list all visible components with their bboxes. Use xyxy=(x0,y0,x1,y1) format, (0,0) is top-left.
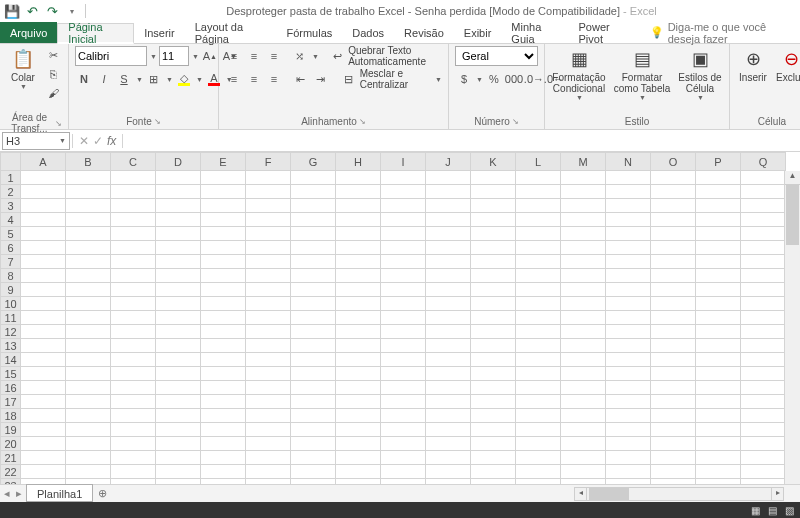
cell[interactable] xyxy=(516,339,561,353)
column-header[interactable]: K xyxy=(471,153,516,171)
format-painter-button[interactable]: 🖌 xyxy=(44,84,62,102)
row-header[interactable]: 13 xyxy=(1,339,21,353)
column-header[interactable]: C xyxy=(111,153,156,171)
cell[interactable] xyxy=(111,269,156,283)
cell[interactable] xyxy=(516,465,561,479)
save-icon[interactable]: 💾 xyxy=(4,3,20,19)
cell[interactable] xyxy=(741,353,786,367)
cell[interactable] xyxy=(606,297,651,311)
cell[interactable] xyxy=(66,423,111,437)
column-header[interactable]: A xyxy=(21,153,66,171)
cell[interactable] xyxy=(21,381,66,395)
cell[interactable] xyxy=(246,213,291,227)
cell[interactable] xyxy=(21,227,66,241)
cell[interactable] xyxy=(201,437,246,451)
fx-icon[interactable]: fx xyxy=(107,134,116,148)
cell[interactable] xyxy=(156,451,201,465)
cell[interactable] xyxy=(291,311,336,325)
cell[interactable] xyxy=(651,269,696,283)
cell[interactable] xyxy=(561,353,606,367)
row-header[interactable]: 8 xyxy=(1,269,21,283)
cell[interactable] xyxy=(696,423,741,437)
cell[interactable] xyxy=(291,241,336,255)
cell[interactable] xyxy=(651,227,696,241)
chevron-down-icon[interactable]: ▼ xyxy=(150,53,157,60)
cell[interactable] xyxy=(21,199,66,213)
cell[interactable] xyxy=(291,465,336,479)
cell[interactable] xyxy=(381,283,426,297)
cell[interactable] xyxy=(111,311,156,325)
tab-view[interactable]: Exibir xyxy=(454,22,502,43)
cell[interactable] xyxy=(111,199,156,213)
row-header[interactable]: 14 xyxy=(1,353,21,367)
cell[interactable] xyxy=(201,409,246,423)
cell[interactable] xyxy=(201,451,246,465)
cell[interactable] xyxy=(651,423,696,437)
cell[interactable] xyxy=(291,283,336,297)
undo-icon[interactable]: ↶ xyxy=(24,3,40,19)
cell[interactable] xyxy=(336,283,381,297)
cell[interactable] xyxy=(111,283,156,297)
cell[interactable] xyxy=(21,311,66,325)
cell[interactable] xyxy=(696,409,741,423)
cell[interactable] xyxy=(606,339,651,353)
cell[interactable] xyxy=(606,199,651,213)
cell[interactable] xyxy=(336,297,381,311)
cell[interactable] xyxy=(21,283,66,297)
cell[interactable] xyxy=(606,255,651,269)
cell[interactable] xyxy=(336,255,381,269)
cell[interactable] xyxy=(336,227,381,241)
cell[interactable] xyxy=(21,269,66,283)
scroll-right-icon[interactable]: ▸ xyxy=(771,488,783,500)
cancel-icon[interactable]: ✕ xyxy=(79,134,89,148)
row-header[interactable]: 15 xyxy=(1,367,21,381)
cell[interactable] xyxy=(336,437,381,451)
cell[interactable] xyxy=(471,199,516,213)
cell[interactable] xyxy=(561,437,606,451)
cell[interactable] xyxy=(246,409,291,423)
cell[interactable] xyxy=(471,283,516,297)
cell[interactable] xyxy=(561,213,606,227)
cell[interactable] xyxy=(471,339,516,353)
cell[interactable] xyxy=(156,297,201,311)
cut-button[interactable]: ✂ xyxy=(44,46,62,64)
cell[interactable] xyxy=(201,381,246,395)
cell[interactable] xyxy=(21,423,66,437)
decrease-indent-icon[interactable]: ⇤ xyxy=(292,70,310,88)
cell[interactable] xyxy=(201,325,246,339)
column-header[interactable]: J xyxy=(426,153,471,171)
cell[interactable] xyxy=(471,227,516,241)
tab-formulas[interactable]: Fórmulas xyxy=(276,22,342,43)
cell[interactable] xyxy=(561,199,606,213)
redo-icon[interactable]: ↷ xyxy=(44,3,60,19)
cell[interactable] xyxy=(516,451,561,465)
column-header[interactable]: G xyxy=(291,153,336,171)
cell[interactable] xyxy=(291,255,336,269)
dialog-launcher-icon[interactable]: ↘ xyxy=(359,117,366,126)
cell[interactable] xyxy=(606,409,651,423)
cell[interactable] xyxy=(201,339,246,353)
number-format-combo[interactable]: Geral xyxy=(455,46,538,66)
cell[interactable] xyxy=(381,451,426,465)
row-header[interactable]: 21 xyxy=(1,451,21,465)
cell[interactable] xyxy=(426,409,471,423)
cell[interactable] xyxy=(471,409,516,423)
cell[interactable] xyxy=(696,465,741,479)
orientation-button[interactable]: ⤮ xyxy=(291,47,309,65)
cell[interactable] xyxy=(606,311,651,325)
cell[interactable] xyxy=(111,325,156,339)
cell[interactable] xyxy=(561,255,606,269)
cell[interactable] xyxy=(741,409,786,423)
cell[interactable] xyxy=(66,437,111,451)
cell[interactable] xyxy=(246,339,291,353)
cell[interactable] xyxy=(201,423,246,437)
cell[interactable] xyxy=(156,437,201,451)
cell[interactable] xyxy=(606,185,651,199)
fill-color-button[interactable]: ◇ xyxy=(175,70,193,88)
cell[interactable] xyxy=(741,311,786,325)
cell[interactable] xyxy=(561,409,606,423)
cell[interactable] xyxy=(696,367,741,381)
cell[interactable] xyxy=(741,451,786,465)
chevron-down-icon[interactable]: ▼ xyxy=(435,76,442,83)
cell[interactable] xyxy=(246,451,291,465)
